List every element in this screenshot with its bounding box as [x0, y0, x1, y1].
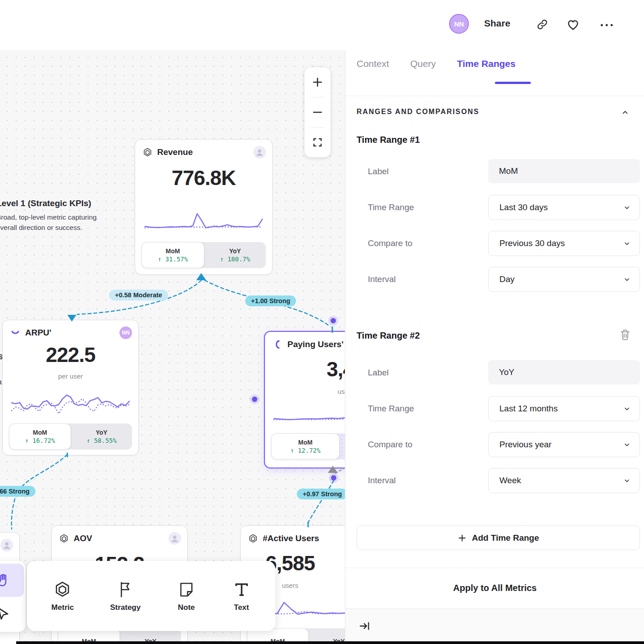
cursor-icon [0, 606, 11, 622]
owner-avatar-icon [168, 532, 181, 545]
range1-label-input[interactable]: MoM [488, 159, 640, 183]
yoy-pill[interactable]: YoY ↑ 58.55% [71, 423, 132, 450]
connection-handle[interactable] [250, 394, 260, 404]
chevron-down-icon [623, 276, 631, 283]
add-strategy-button[interactable]: Strategy [110, 580, 141, 612]
correlation-label[interactable]: +0.58 Moderate [109, 290, 168, 300]
select-tool-button[interactable] [0, 599, 24, 629]
connection-handle[interactable] [328, 316, 338, 326]
chevron-down-icon [623, 441, 631, 448]
metric-tree-canvas[interactable]: Level 1 (Strategic KPIs) Broad, top-leve… [0, 50, 345, 644]
range1-interval-select[interactable]: Day [488, 267, 640, 292]
card-title: Paying Users' [287, 340, 344, 349]
range1-interval-key: Interval [368, 267, 476, 292]
range2-time-range-select[interactable]: Last 12 months [488, 396, 640, 421]
metric-unit: users [278, 388, 345, 395]
metric-value: 222.5 [3, 343, 138, 367]
range2-label-key: Label [368, 360, 476, 385]
range1-compare-key: Compare to [368, 231, 476, 256]
card-title: AOV [74, 534, 92, 543]
add-time-range-button[interactable]: Add Time Range [357, 525, 640, 550]
yoy-pill[interactable] [340, 433, 345, 459]
more-options-icon[interactable] [600, 22, 614, 29]
collapse-panel-icon[interactable] [359, 620, 371, 632]
tab-context[interactable]: Context [357, 58, 389, 69]
plus-icon [458, 534, 467, 543]
loading-spinner-icon [10, 327, 21, 338]
range2-compare-key: Compare to [368, 432, 476, 457]
correlation-label[interactable]: 66 Strong [0, 486, 35, 497]
mom-pill[interactable]: MoM ↑ 12.72% [271, 433, 340, 459]
add-note-button[interactable]: Note [177, 580, 196, 612]
metric-card-paying-users[interactable]: Paying Users' 3,49 users MoM ↑ 12.72% [264, 331, 345, 468]
user-avatar[interactable]: NN [449, 14, 469, 34]
correlation-label[interactable]: +1.00 Strong [245, 296, 296, 306]
range1-time-range-select[interactable]: Last 30 days [488, 195, 640, 220]
hand-icon [0, 573, 10, 587]
metric-hexagon-icon [53, 580, 72, 599]
card-title: ARPU' [25, 328, 51, 338]
share-button[interactable]: Share [484, 18, 510, 29]
delete-range-trash-icon[interactable] [618, 328, 632, 341]
apply-to-all-metrics-button[interactable]: Apply to All Metrics [345, 568, 644, 608]
owner-avatar-icon [0, 539, 13, 551]
section-header: RANGES AND COMPARISONS [357, 108, 479, 116]
correlation-label[interactable]: +0.97 Strong [297, 489, 345, 499]
metric-hexagon-icon [59, 534, 69, 544]
chevron-down-icon [623, 204, 631, 211]
zoom-in-button[interactable] [304, 67, 331, 97]
add-metric-button[interactable]: Metric [51, 580, 74, 612]
note-icon [177, 580, 196, 599]
hand-tool-button[interactable] [0, 564, 24, 597]
metric-card-arpu[interactable]: ARPU' NN 222.5 per user MoM ↑ 16.72% YoY… [2, 320, 139, 455]
mom-pill[interactable]: MoM ↑ 16.72% [9, 423, 71, 450]
sparkline [11, 387, 130, 422]
tool-column [0, 561, 26, 632]
metric-value: 3,49 [278, 357, 345, 381]
metric-hexagon-icon [248, 534, 258, 544]
range1-compare-select[interactable]: Previous 30 days [488, 231, 640, 256]
range2-interval-key: Interval [368, 468, 476, 493]
metric-card-revenue[interactable]: Revenue 776.8K MoM ↑ 31.57% YoY ↑ 180.7% [135, 139, 273, 275]
topbar: NN Share [0, 0, 644, 50]
chevron-down-icon [623, 477, 631, 484]
bottom-screen-edge [16, 641, 644, 644]
chevron-down-icon [623, 240, 631, 247]
owner-avatar-icon [253, 146, 266, 159]
tab-time-ranges[interactable]: Time Ranges [457, 58, 516, 69]
comparison-pills: MoM ↑ 12.72% [271, 433, 345, 459]
clipped-text-fragment: a [0, 378, 2, 386]
level1-annotation: Level 1 (Strategic KPIs) Broad, top-leve… [0, 198, 109, 233]
card-title: #Active Users [263, 534, 319, 543]
loading-spinner-icon [272, 339, 283, 350]
add-text-button[interactable]: Text [232, 580, 251, 612]
annotation-title: Level 1 (Strategic KPIs) [0, 198, 109, 208]
range2-interval-select[interactable]: Week [488, 468, 640, 493]
connection-handle[interactable] [329, 473, 339, 483]
flag-icon [116, 580, 135, 599]
range2-label-input[interactable]: YoY [488, 360, 640, 384]
annotation-description: Broad, top-level metric capturing overal… [0, 212, 109, 233]
range2-compare-select[interactable]: Previous year [488, 432, 640, 457]
fit-view-button[interactable] [304, 128, 331, 157]
panel-footer [345, 609, 644, 644]
text-icon [232, 580, 251, 599]
metric-hexagon-icon [142, 147, 153, 158]
range1-label-key: Label [368, 159, 476, 184]
chevron-up-icon[interactable] [621, 109, 629, 117]
chevron-down-icon [623, 405, 631, 412]
range2-title: Time Range #2 [357, 331, 420, 341]
favorite-heart-icon[interactable] [566, 18, 580, 31]
copy-link-icon[interactable] [536, 18, 548, 31]
sparkline [273, 400, 345, 424]
tab-query[interactable]: Query [410, 58, 436, 69]
comparison-pills: MoM ↑ 16.72% YoY ↑ 58.55% [9, 423, 132, 450]
mom-pill[interactable]: MoM ↑ 31.57% [141, 242, 204, 268]
panel-tabs: Context Query Time Ranges [357, 58, 516, 69]
range1-time-range-key: Time Range [368, 195, 476, 220]
zoom-out-button[interactable] [304, 97, 331, 127]
yoy-pill[interactable]: YoY ↑ 180.7% [204, 242, 266, 268]
metric-unit: per user [3, 372, 138, 380]
zoom-control [304, 67, 331, 157]
card-title: Revenue [157, 147, 193, 157]
